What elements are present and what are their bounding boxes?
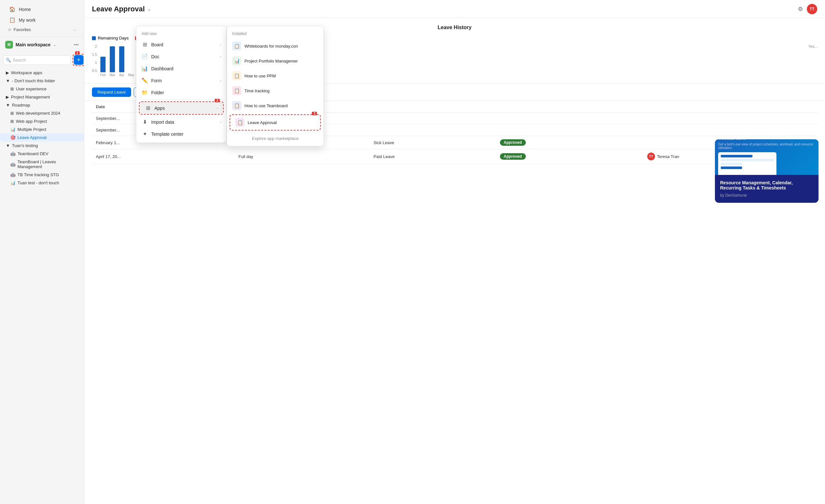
board-icon-wd: ⊞ — [10, 111, 14, 116]
use-ppm-label: How to use PPM — [244, 74, 276, 78]
submenu-divider — [227, 132, 323, 132]
board-icon: ⊞ — [10, 86, 14, 91]
web-app-label: Web app Project — [16, 119, 47, 124]
search-icon: 🔍 — [6, 58, 11, 63]
tab-request-leave[interactable]: Request Leave — [92, 87, 131, 97]
sidebar-item-teamboard-leaves[interactable]: 🤖 TeamBoard | Leaves Management — [0, 158, 84, 171]
search-row: 🔍 1 + — [3, 54, 81, 66]
leave-approval-submenu-icon: 📋 — [235, 118, 244, 127]
workspace-apps-label: Workspace apps — [11, 70, 43, 75]
portfolio-label: Project Portfolio Managemer — [244, 59, 298, 64]
add-new-button[interactable]: + — [74, 55, 83, 65]
leave-approval-label: Leave Approval — [17, 135, 47, 140]
menu-item-board[interactable]: ⊞ Board › — [136, 39, 226, 51]
collapse-icon-pm: ▶ — [6, 94, 9, 99]
sidebar-item-user-experience[interactable]: ⊞ User experience — [0, 85, 84, 93]
template-menu-icon: ✦ — [142, 131, 148, 137]
sidebar-item-home[interactable]: 🏠 Home — [5, 4, 79, 15]
sidebar-item-tb-time-tracking[interactable]: 🤖 TB Time tracking STG — [0, 171, 84, 179]
apps-submenu: Installed 📋 Whiteboards for monday.con 📊… — [227, 26, 324, 146]
promo-main-title: Resource Management, Calendar, Recurring… — [720, 180, 813, 191]
bar-apr: Apr — [119, 46, 124, 77]
row4-taken: Full day — [234, 149, 369, 164]
submenu-item-use-ppm[interactable]: 📋 How to use PPM — [227, 68, 323, 83]
row1-type — [370, 113, 496, 124]
robot-icon-1: 🤖 — [10, 151, 15, 156]
dont-touch-label: - Don't touch this folder — [12, 78, 55, 83]
menu-item-apps[interactable]: ⊞ Apps › — [140, 102, 223, 114]
chart-y-axis: 2 1.5 1 0.5 — [92, 45, 99, 77]
submenu-item-time-tracking[interactable]: 📋 Time tracking — [227, 83, 323, 98]
row3-type: Sick Leave — [370, 136, 496, 149]
sidebar-item-web-dev[interactable]: ⊞ Web development 2024 — [0, 109, 84, 117]
menu-item-doc[interactable]: 📄 Doc › — [136, 51, 226, 63]
sidebar-item-my-work[interactable]: 📋 My work — [5, 15, 79, 25]
sidebar-item-roadmap[interactable]: ▼ Roadmap — [0, 101, 84, 109]
folder-menu-icon: 📁 — [142, 89, 148, 95]
sidebar-item-tuans-testing[interactable]: ▼ Tuan's testing — [0, 142, 84, 150]
menu-item-form[interactable]: ✏️ Form › — [136, 74, 226, 86]
sidebar-item-web-app[interactable]: ⊞ Web app Project — [0, 117, 84, 125]
apps-dashed-wrapper: 2 ⊞ Apps › — [139, 101, 224, 115]
sidebar-item-teamboard-dev[interactable]: 🤖 Teamboard DEV — [0, 150, 84, 158]
menu-item-dashboard[interactable]: 📊 Dashboard — [136, 63, 226, 74]
submenu-item-portfolio[interactable]: 📊 Project Portfolio Managemer — [227, 54, 323, 68]
title-dropdown-icon[interactable]: ⌄ — [147, 6, 151, 12]
folder-menu-label: Folder — [151, 90, 164, 95]
sidebar: 🏠 Home 📋 My work ☆ Favorites ⌄ M Main wo… — [0, 0, 84, 504]
menu-item-folder[interactable]: 📁 Folder — [136, 86, 226, 98]
legend-remaining-label: Remaining Days — [98, 35, 129, 41]
search-input[interactable] — [3, 55, 71, 65]
board-menu-icon: ⊞ — [142, 42, 148, 48]
sidebar-item-dont-touch[interactable]: ▼ - Don't touch this folder — [0, 77, 84, 85]
sidebar-item-tuan-test[interactable]: 📊 Tuan test - don't touch — [0, 179, 84, 187]
sidebar-item-project-management[interactable]: ▶ Project Management — [0, 93, 84, 101]
annotation-3: 3 — [312, 112, 317, 115]
promo-author: by DevSamurai — [720, 193, 813, 198]
row1-status — [496, 113, 643, 124]
bar-mar-remaining — [110, 46, 115, 72]
menu-item-template[interactable]: ✦ Template center — [136, 128, 226, 140]
avatar: TT — [807, 4, 817, 14]
row4-date: April 17, 20... — [92, 149, 234, 164]
sidebar-item-leave-approval[interactable]: 🎯 Leave Approval — [0, 133, 84, 142]
home-icon: 🏠 — [9, 6, 15, 12]
month-feb: Feb — [100, 73, 105, 77]
explore-marketplace-link[interactable]: Explore app marketplace — [227, 133, 323, 143]
page-title: Leave Approval — [92, 5, 145, 13]
month-apr: Apr — [119, 73, 124, 77]
user-experience-label: User experience — [16, 86, 47, 91]
topbar-right: ⚙ TT — [798, 4, 817, 14]
mock-bar-3 — [721, 163, 742, 165]
chart-icon-tuan: 📊 — [10, 181, 15, 185]
promo-mockup — [718, 152, 776, 175]
doc-menu-label: Doc — [151, 54, 159, 59]
mock-bar-2 — [721, 159, 774, 161]
submenu-item-leave-approval[interactable]: 📋 Leave Approval — [230, 115, 320, 130]
leave-approval-submenu-label: Leave Approval — [248, 120, 277, 125]
add-button-wrapper: 1 + — [73, 54, 84, 66]
submenu-item-use-teamboard[interactable]: 📋 How to use Teamboard — [227, 98, 323, 113]
bar-may: May — [128, 46, 134, 77]
apps-menu-label: Apps — [154, 105, 165, 111]
my-work-icon: 📋 — [9, 17, 15, 23]
legend-remaining-dot — [92, 36, 96, 40]
menu-item-import[interactable]: ⬇ Import data › — [136, 116, 226, 128]
submenu-header: Installed — [227, 29, 323, 39]
sidebar-item-workspace-apps[interactable]: ▶ Workspace apps — [0, 69, 84, 77]
expand-icon-roadmap: ▼ — [6, 103, 10, 107]
tb-time-label: TB Time tracking STG — [17, 172, 59, 177]
settings-button[interactable]: ⚙ — [798, 5, 803, 13]
promo-image-subtitle: Get a bird's eye view of project schedul… — [718, 143, 815, 150]
import-menu-icon: ⬇ — [142, 119, 148, 125]
sidebar-favorites[interactable]: ☆ Favorites ⌄ — [5, 25, 79, 34]
leave-approval-dashed-wrapper: 3 📋 Leave Approval — [230, 114, 321, 131]
sidebar-item-multiple-project[interactable]: 📊 Multiple Project — [0, 125, 84, 133]
project-management-label: Project Management — [11, 94, 50, 99]
tuan-test-label: Tuan test - don't touch — [17, 181, 59, 185]
submenu-item-whiteboards[interactable]: 📋 Whiteboards for monday.con — [227, 39, 323, 54]
row2-type — [370, 124, 496, 136]
workspace-more-icon[interactable]: ••• — [74, 42, 79, 47]
month-may: May — [128, 73, 134, 77]
row2-assignee — [643, 124, 817, 136]
